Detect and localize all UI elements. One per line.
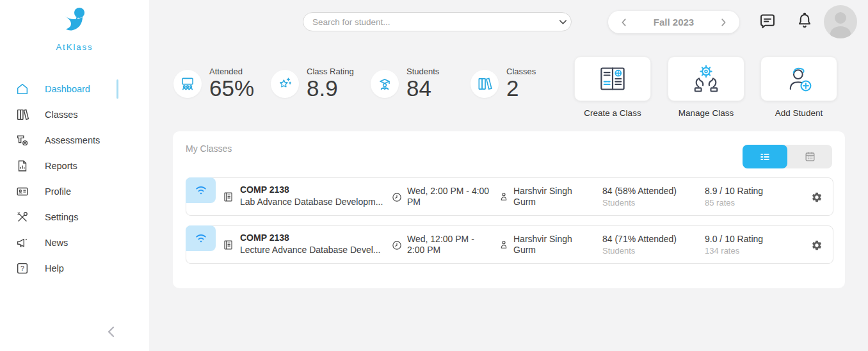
stat-label: Attended — [209, 67, 254, 76]
action-label: Add Student — [760, 108, 837, 118]
view-toggle — [743, 145, 832, 168]
avatar[interactable] — [824, 5, 857, 38]
live-status-chip — [186, 225, 216, 251]
rating-stat: 9.0 / 10 Rating — [705, 234, 763, 244]
sidebar-item-dashboard[interactable]: Dashboard — [0, 76, 149, 102]
sidebar-item-label: Profile — [45, 186, 71, 197]
stat-value: 65% — [209, 76, 254, 101]
book-icon — [222, 239, 234, 254]
action-label: Create a Class — [574, 108, 651, 118]
assessment-icon — [15, 133, 29, 147]
chevron-down-icon[interactable] — [554, 13, 571, 30]
course-name: Lecture Advance Database Devel... — [240, 245, 394, 255]
class-row[interactable]: COMP 2138 Lecture Advance Database Devel… — [186, 225, 833, 264]
instructor-name: Harshvir Singh Gurm — [513, 234, 585, 256]
graduate-icon — [371, 70, 399, 98]
live-status-chip — [186, 177, 216, 203]
notebook-plus-icon — [595, 65, 631, 93]
class-settings-button[interactable] — [811, 240, 823, 251]
wifi-icon — [194, 184, 208, 197]
student-search — [303, 12, 572, 31]
chevron-left-icon — [106, 325, 117, 338]
clock-icon — [391, 192, 403, 206]
list-view-button[interactable] — [743, 145, 787, 168]
calendar-icon — [804, 151, 816, 163]
prev-term-button[interactable] — [617, 15, 631, 29]
sidebar-item-label: Settings — [45, 212, 78, 222]
star-sparkle-icon — [271, 70, 299, 98]
messages-button[interactable] — [757, 12, 778, 32]
sidebar-item-classes[interactable]: Classes — [0, 102, 149, 127]
stat-label: Classes — [506, 67, 536, 76]
report-icon — [15, 159, 29, 173]
calendar-view-button[interactable] — [787, 145, 832, 168]
main-content: Fall 2023 Attended 65% — [149, 0, 868, 351]
course-name: Lab Advance Database Developm... — [240, 197, 394, 207]
svg-text:?: ? — [20, 265, 24, 272]
gear-icon — [811, 240, 823, 251]
stat-attended: Attended 65% — [173, 67, 254, 101]
sidebar-item-label: Dashboard — [45, 84, 90, 94]
stat-value: 84 — [406, 76, 439, 101]
students-stat-sub: Students — [602, 198, 677, 208]
stat-label: Students — [406, 67, 439, 76]
wifi-icon — [194, 232, 208, 245]
add-student-button[interactable]: Add Student — [760, 56, 837, 118]
course-code: COMP 2138 — [240, 233, 394, 243]
students-stat: 84 (58% Attended) — [602, 186, 677, 196]
sidebar-collapse-button[interactable] — [103, 323, 120, 340]
stat-value: 8.9 — [307, 76, 354, 101]
create-class-button[interactable]: Create a Class — [574, 56, 651, 118]
rating-stat-sub: 134 rates — [705, 246, 763, 256]
person-plus-icon — [781, 64, 817, 94]
manage-class-button[interactable]: Manage Class — [668, 56, 744, 118]
action-label: Manage Class — [668, 108, 744, 118]
megaphone-icon — [15, 236, 29, 250]
sidebar-item-label: Assessments — [45, 135, 100, 145]
stat-label: Class Rating — [307, 67, 354, 76]
book-icon — [222, 191, 234, 206]
person-icon — [498, 239, 510, 253]
bell-icon — [795, 12, 814, 31]
sidebar: AtKlass Dashboard Classes Assessme — [0, 0, 149, 351]
id-card-icon — [15, 184, 29, 199]
rating-stat-sub: 85 rates — [705, 198, 763, 208]
person-icon — [498, 191, 510, 205]
notifications-button[interactable] — [794, 11, 815, 31]
app-root: AtKlass Dashboard Classes Assessme — [0, 0, 868, 351]
avatar-silhouette-icon — [824, 5, 857, 38]
sidebar-item-label: News — [45, 238, 68, 248]
brand-logo: AtKlass — [0, 6, 149, 52]
sidebar-item-settings[interactable]: Settings — [0, 204, 149, 230]
hands-gear-icon — [688, 64, 724, 94]
sidebar-item-news[interactable]: News — [0, 230, 149, 256]
panel-title: My Classes — [186, 143, 232, 154]
tools-icon — [15, 210, 29, 224]
sidebar-item-profile[interactable]: Profile — [0, 179, 149, 204]
books-icon — [15, 108, 29, 122]
classroom-icon — [173, 70, 202, 98]
clock-icon — [391, 240, 403, 254]
brand-name: AtKlass — [0, 42, 149, 52]
term-selector: Fall 2023 — [608, 11, 739, 33]
stat-students: Students 84 — [371, 67, 439, 101]
stat-classes: Classes 2 — [470, 67, 536, 101]
sidebar-item-reports[interactable]: Reports — [0, 153, 149, 179]
course-code: COMP 2138 — [240, 184, 394, 195]
class-row[interactable]: COMP 2138 Lab Advance Database Developm.… — [186, 177, 833, 216]
sidebar-item-label: Help — [45, 263, 64, 273]
sidebar-item-assessments[interactable]: Assessments — [0, 127, 149, 153]
stat-class-rating: Class Rating 8.9 — [271, 67, 354, 101]
search-input[interactable] — [303, 17, 554, 27]
term-value: Fall 2023 — [654, 17, 694, 28]
sidebar-item-label: Reports — [45, 161, 77, 171]
course-schedule: Wed, 2:00 PM - 4:00 PM — [407, 186, 492, 208]
my-classes-panel: My Classes COMP 2138 Lab — [173, 131, 845, 288]
sidebar-nav: Dashboard Classes Assessments Reports — [0, 76, 149, 281]
class-settings-button[interactable] — [811, 192, 823, 203]
next-term-button[interactable] — [716, 15, 730, 29]
gear-icon — [811, 192, 823, 203]
list-icon — [759, 151, 771, 163]
sidebar-item-help[interactable]: ? Help — [0, 256, 149, 281]
stat-value: 2 — [506, 76, 536, 101]
